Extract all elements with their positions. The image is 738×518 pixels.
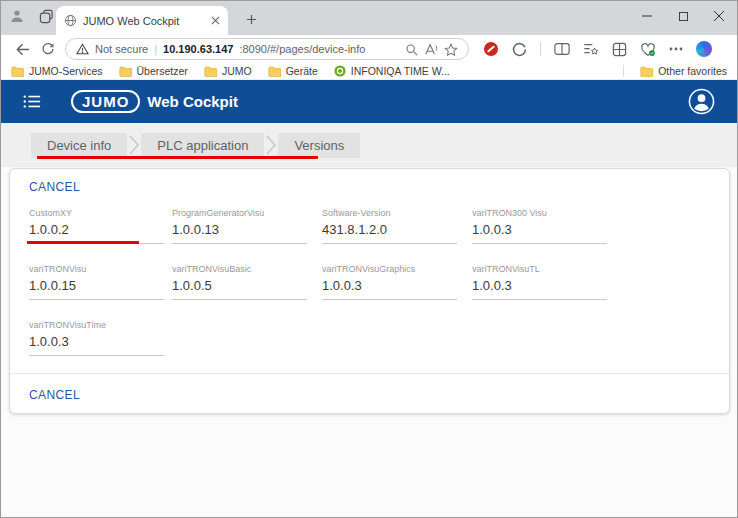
url-host: 10.190.63.147 (163, 43, 233, 55)
folder-icon (204, 66, 217, 77)
field-value[interactable]: 1.0.0.3 (472, 219, 607, 244)
field-label: ProgramGeneratorVisu (172, 207, 307, 219)
bookmark-jumo-services[interactable]: JUMO-Services (11, 65, 103, 77)
field-software-version[interactable]: Software-Version 431.8.1.2.0 (322, 207, 457, 244)
folder-icon (11, 66, 24, 77)
tab-groups-icon[interactable] (39, 9, 54, 24)
field-value[interactable]: 1.0.0.3 (29, 331, 164, 356)
extension-grey-icon[interactable] (512, 42, 527, 57)
browser-tab[interactable]: JUMO Web Cockpit (56, 6, 228, 35)
tab-strip: JUMO Web Cockpit (1, 1, 737, 35)
back-icon[interactable] (9, 38, 35, 60)
tab-favicon (64, 14, 77, 27)
field-label: variTRON300 Visu (472, 207, 607, 219)
card-divider (10, 373, 729, 374)
toolbar-divider (540, 42, 541, 56)
address-divider: | (154, 43, 157, 55)
breadcrumb: Device info PLC application Versions (1, 123, 737, 167)
field-programgeneratorvisu[interactable]: ProgramGeneratorVisu 1.0.0.13 (172, 207, 307, 244)
tab-title: JUMO Web Cockpit (83, 15, 205, 27)
page-content: CANCEL CustomXY 1.0.0.2 ProgramGenerator… (1, 167, 737, 517)
version-fields-grid: CustomXY 1.0.0.2 ProgramGeneratorVisu 1.… (29, 207, 622, 375)
browser-essentials-icon[interactable] (640, 42, 656, 57)
profile-icon[interactable] (9, 8, 25, 24)
chevron-right-icon (128, 134, 140, 156)
breadcrumb-plc-application[interactable]: PLC application (141, 133, 264, 158)
copilot-icon[interactable] (696, 41, 712, 57)
maximize-button[interactable] (665, 1, 701, 31)
field-customxy[interactable]: CustomXY 1.0.0.2 (29, 207, 164, 244)
field-label: Software-Version (322, 207, 457, 219)
annotation-underline-customxy (27, 241, 139, 244)
field-varitronvisutime[interactable]: variTRONVisuTime 1.0.0.3 (29, 319, 164, 356)
close-window-button[interactable] (701, 1, 737, 31)
user-avatar-icon[interactable] (688, 88, 715, 115)
field-label: CustomXY (29, 207, 164, 219)
field-value[interactable]: 431.8.1.2.0 (322, 219, 457, 244)
site-favicon-icon (334, 65, 346, 77)
bookmarks-bar: JUMO-Services Übersetzer JUMO Geräte INF… (1, 63, 737, 80)
extension-blocker-icon[interactable] (483, 41, 499, 57)
extensions-hub-icon[interactable] (612, 42, 627, 57)
cancel-button-top[interactable]: CANCEL (29, 180, 80, 194)
cancel-button-bottom[interactable]: CANCEL (29, 388, 80, 402)
breadcrumb-device-info[interactable]: Device info (31, 133, 127, 158)
minimize-button[interactable] (629, 1, 665, 31)
refresh-icon[interactable] (35, 38, 61, 60)
tab-close-icon[interactable] (211, 16, 220, 25)
settings-more-icon[interactable] (669, 47, 683, 51)
browser-toolbar: Not secure | 10.190.63.147:8090/#/pages/… (1, 35, 737, 63)
security-label: Not secure (95, 43, 148, 55)
split-screen-icon[interactable] (554, 42, 570, 56)
field-varitron300-visu[interactable]: variTRON300 Visu 1.0.0.3 (472, 207, 607, 244)
favorite-star-icon[interactable] (444, 43, 458, 56)
versions-card: CANCEL CustomXY 1.0.0.2 ProgramGenerator… (9, 168, 730, 414)
jumo-logo: JUMO (71, 90, 140, 113)
app-header: JUMO Web Cockpit (1, 80, 737, 123)
bookmark-infoniqa[interactable]: INFONIQA TIME W... (334, 65, 450, 77)
chevron-right-icon (265, 134, 277, 156)
bookmark-uebersetzer[interactable]: Übersetzer (119, 65, 188, 77)
folder-icon (268, 66, 281, 77)
folder-icon (119, 66, 132, 77)
read-aloud-icon[interactable] (424, 43, 438, 56)
menu-list-icon[interactable] (23, 94, 41, 109)
address-bar[interactable]: Not secure | 10.190.63.147:8090/#/pages/… (65, 38, 469, 60)
field-label: variTRONVisu (29, 263, 164, 275)
field-label: variTRONVisuBasic (172, 263, 307, 275)
field-value[interactable]: 1.0.0.15 (29, 275, 164, 300)
browser-window: JUMO Web Cockpit (0, 0, 738, 518)
other-favorites[interactable]: Other favorites (640, 65, 727, 77)
breadcrumb-versions[interactable]: Versions (278, 133, 360, 158)
field-varitronvisugraphics[interactable]: variTRONVisuGraphics 1.0.0.3 (322, 263, 457, 300)
app-title: Web Cockpit (147, 93, 238, 110)
new-tab-button[interactable] (241, 9, 261, 29)
field-value[interactable]: 1.0.0.3 (322, 275, 457, 300)
field-value[interactable]: 1.0.0.13 (172, 219, 307, 244)
url-path: :8090/#/pages/device-info (239, 43, 365, 55)
folder-icon (640, 66, 653, 77)
bookmarks-divider (623, 65, 624, 77)
annotation-underline-breadcrumb (37, 156, 318, 159)
field-varitronvisutl[interactable]: variTRONVisuTL 1.0.0.3 (472, 263, 607, 300)
not-secure-warning-icon[interactable] (76, 43, 89, 55)
field-varitronvisubasic[interactable]: variTRONVisuBasic 1.0.0.5 (172, 263, 307, 300)
favorites-collections-icon[interactable] (583, 42, 599, 56)
field-label: variTRONVisuTime (29, 319, 164, 331)
bookmark-jumo[interactable]: JUMO (204, 65, 252, 77)
field-label: variTRONVisuGraphics (322, 263, 457, 275)
field-varitronvisu[interactable]: variTRONVisu 1.0.0.15 (29, 263, 164, 300)
search-icon[interactable] (405, 43, 418, 56)
field-label: variTRONVisuTL (472, 263, 607, 275)
bookmark-geraete[interactable]: Geräte (268, 65, 318, 77)
field-value[interactable]: 1.0.0.5 (172, 275, 307, 300)
field-value[interactable]: 1.0.0.3 (472, 275, 607, 300)
